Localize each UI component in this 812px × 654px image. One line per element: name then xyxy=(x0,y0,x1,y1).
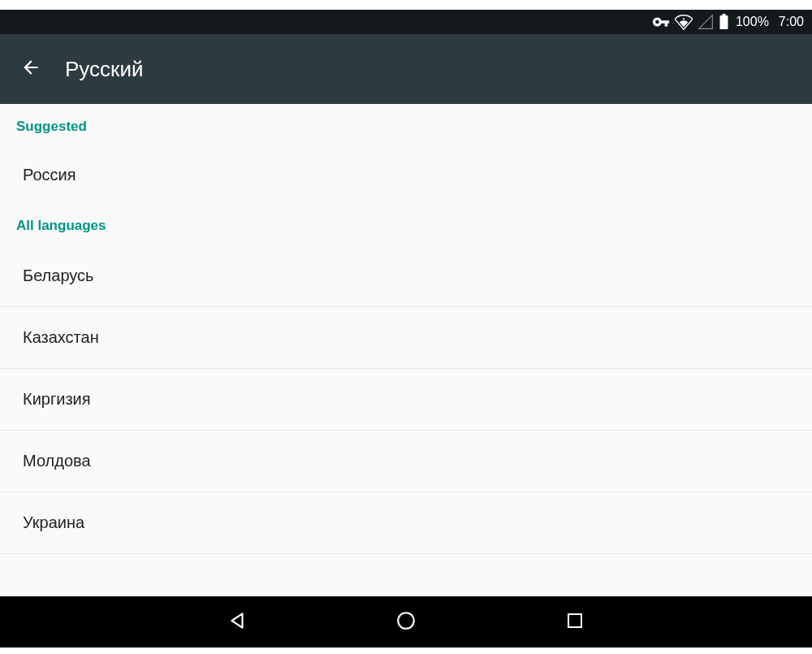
list-item[interactable]: Казахстан xyxy=(0,307,812,369)
status-clock: 7:00 xyxy=(779,15,804,29)
list-item-label: Молдова xyxy=(23,452,91,470)
triangle-back-icon xyxy=(227,610,248,635)
list-item-label: Россия xyxy=(23,166,76,184)
status-bar: 100% 7:00 xyxy=(0,10,812,34)
square-recent-icon xyxy=(565,611,585,634)
back-button[interactable] xyxy=(11,50,50,89)
section-header-all-languages: All languages xyxy=(0,203,812,245)
svg-point-0 xyxy=(683,18,685,19)
page-title: Русский xyxy=(65,57,143,82)
svg-rect-4 xyxy=(568,614,581,627)
section-header-suggested: Suggested xyxy=(0,104,812,146)
nav-home-button[interactable] xyxy=(387,603,425,642)
outer-bottom-margin xyxy=(0,648,812,654)
all-languages-list: Беларусь Казахстан Киргизия Молдова Укра… xyxy=(0,245,812,554)
list-item[interactable]: Молдова xyxy=(0,431,812,492)
list-item[interactable]: Россия xyxy=(0,146,812,203)
cellular-signal-icon xyxy=(698,14,714,30)
svg-point-3 xyxy=(398,613,414,629)
action-bar: Русский xyxy=(0,34,812,104)
wifi-icon xyxy=(675,13,693,31)
battery-percentage: 100% xyxy=(736,15,769,29)
list-item[interactable]: Киргизия xyxy=(0,369,812,431)
list-item-label: Казахстан xyxy=(23,328,99,347)
list-item-label: Украина xyxy=(23,513,84,532)
status-bar-icons: 100% 7:00 xyxy=(652,13,804,31)
outer-top-margin xyxy=(0,0,812,10)
vpn-key-icon xyxy=(652,13,670,31)
list-item[interactable]: Беларусь xyxy=(0,245,812,307)
svg-rect-2 xyxy=(719,15,728,29)
nav-back-button[interactable] xyxy=(218,603,257,642)
list-item-label: Беларусь xyxy=(23,266,93,285)
content-area: Suggested Россия All languages Беларусь … xyxy=(0,104,812,596)
list-item[interactable]: Украина xyxy=(0,492,812,554)
battery-icon xyxy=(719,14,729,30)
navigation-bar xyxy=(0,596,812,648)
circle-home-icon xyxy=(395,610,417,635)
device-screen: 100% 7:00 Русский Suggested Россия All l… xyxy=(0,0,812,654)
svg-rect-1 xyxy=(722,14,725,15)
nav-recent-button[interactable] xyxy=(555,603,594,642)
list-item-label: Киргизия xyxy=(23,390,91,409)
arrow-back-icon xyxy=(20,57,41,81)
